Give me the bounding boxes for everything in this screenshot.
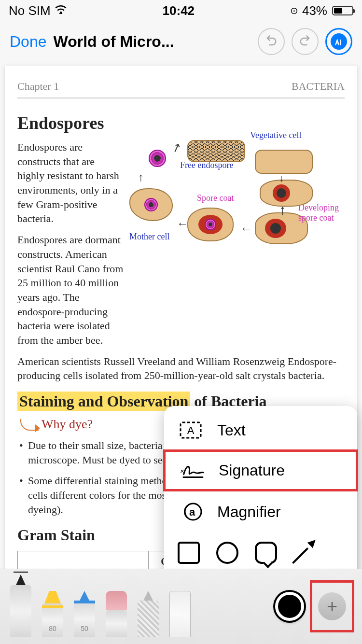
battery-percent: 43%	[302, 3, 327, 18]
add-magnifier-option[interactable]: a Magnifier	[164, 491, 357, 532]
pen-tool[interactable]	[8, 574, 34, 637]
menu-label: Magnifier	[217, 503, 281, 521]
add-text-option[interactable]: A Text	[164, 411, 357, 449]
arrow-icon: ↑	[138, 171, 144, 184]
svg-point-0	[59, 12, 61, 14]
tool-value: 50	[81, 625, 88, 632]
done-button[interactable]: Done	[10, 33, 47, 51]
lasso-tool[interactable]	[135, 591, 161, 637]
add-signature-option[interactable]: × Signature	[163, 449, 358, 491]
redo-icon	[298, 35, 312, 48]
redo-button[interactable]	[292, 28, 319, 55]
arrow-icon: ←	[240, 222, 252, 235]
pencil-tool[interactable]: 50	[71, 591, 97, 637]
arrow-icon: ←	[177, 217, 188, 230]
add-menu-popup: A Text × Signature a Magnifier	[164, 406, 357, 578]
menu-label: Text	[217, 421, 246, 439]
tool-value: 80	[49, 625, 56, 632]
arrow-icon: ↑	[279, 202, 286, 218]
menu-label: Signature	[219, 462, 285, 479]
svg-text:a: a	[189, 506, 195, 518]
highlighted-text: Staining and Observation	[17, 392, 190, 411]
diagram-label: Free endospore	[180, 160, 233, 170]
arrow-icon: ↗	[170, 140, 183, 155]
status-bar: No SIM 10:42 ⊙ 43%	[0, 0, 362, 21]
diagram-label: Vegetative cell	[250, 130, 301, 140]
eraser-tool[interactable]	[103, 591, 129, 637]
subject-label: BACTERIA	[292, 80, 345, 93]
carrier-text: No SIM	[9, 3, 51, 18]
svg-text:A: A	[187, 424, 195, 436]
text-box-icon: A	[178, 420, 204, 440]
highlighter-tool[interactable]: 80	[40, 591, 66, 637]
chapter-label: Chapter 1	[17, 80, 59, 93]
plus-icon: +	[327, 596, 337, 617]
add-circle-shape[interactable]	[216, 542, 238, 564]
arrow-icon: ↓	[279, 173, 284, 184]
magnifier-icon: a	[178, 501, 204, 522]
clock: 10:42	[163, 3, 195, 18]
markup-button[interactable]	[325, 28, 352, 55]
add-button-highlight: +	[310, 580, 354, 632]
add-speech-bubble-shape[interactable]	[255, 542, 277, 564]
color-picker-button[interactable]	[275, 592, 304, 621]
diagram-label: Mother cell	[129, 232, 169, 242]
add-arrow-shape[interactable]	[293, 542, 316, 564]
markup-toolbar: 80 50 +	[0, 569, 362, 644]
add-square-shape[interactable]	[178, 542, 200, 564]
ruler-tool[interactable]	[167, 591, 193, 637]
undo-button[interactable]	[258, 28, 285, 55]
paragraph: Endospores are dormant constructs. Ameri…	[17, 233, 124, 348]
paragraph: American scientists Russell Vreeland and…	[17, 354, 345, 383]
navbar: Done World of Micro...	[0, 21, 362, 62]
undo-icon	[265, 35, 278, 48]
add-button[interactable]: +	[318, 592, 346, 620]
battery-icon	[332, 6, 353, 15]
document-title: World of Micro...	[54, 33, 251, 51]
diagram-label: Spore coat	[197, 193, 234, 203]
rotation-lock-icon: ⊙	[290, 5, 298, 16]
signature-icon: ×	[179, 462, 205, 479]
markup-icon	[331, 33, 347, 50]
paragraph: Endospores are constructs that are highl…	[17, 140, 124, 226]
wifi-icon	[55, 4, 67, 17]
endospore-diagram: Vegetative cell Free endospore Mother ce…	[129, 140, 345, 266]
